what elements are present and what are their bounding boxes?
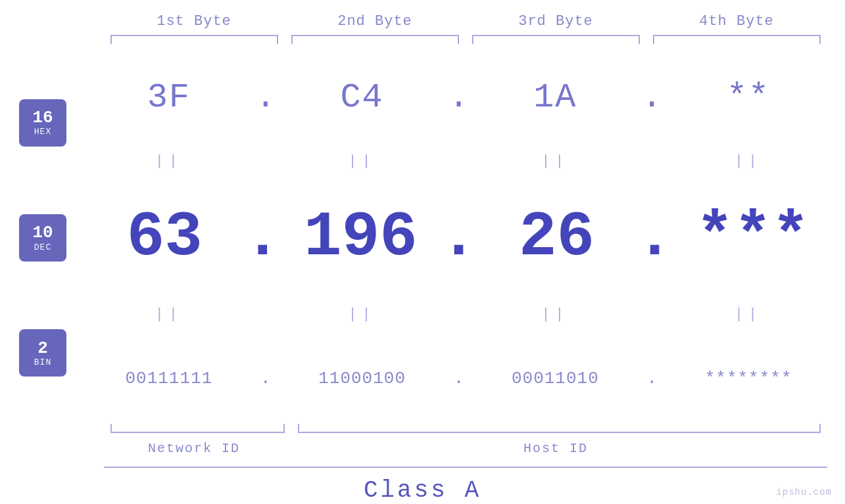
dec-cell-3: 26 [477,202,636,273]
byte-label-2: 2nd Byte [285,13,466,34]
dec-row: 63 . 196 . 26 . *** [85,198,832,277]
byte-label-4: 4th Byte [646,13,827,34]
byte-label-3: 3rd Byte [466,13,646,34]
host-id-label: Host ID [285,441,827,456]
equals-4: || [665,153,832,170]
hex-value-3: 1A [533,78,577,117]
dec-badge-label: DEC [34,242,51,252]
data-grid: 3F . C4 . 1A . ** [85,52,845,424]
top-bracket-row [104,34,827,45]
dec-value-1: 63 [127,202,203,273]
hex-cell-1: 3F [85,78,253,117]
network-bracket [110,424,285,433]
bin-value-2: 11000100 [318,369,406,388]
hex-dot-2: . [446,78,472,117]
badges-column: 16 HEX 10 DEC 2 BIN [0,52,85,424]
hex-cell-3: 1A [472,78,639,117]
dec-value-4: *** [696,202,809,273]
dec-value-2: 196 [304,202,418,273]
hex-row: 3F . C4 . 1A . ** [85,71,832,124]
bin-badge: 2 BIN [19,329,66,377]
bin-dot-3: . [639,369,665,388]
bracket-1 [110,35,278,44]
dec-dot-1: . [244,202,282,273]
bracket-3 [472,35,640,44]
byte-label-1: 1st Byte [104,13,285,34]
hex-cell-2: C4 [279,78,446,117]
equals-row-1: || || || || [85,149,832,173]
equals2-1: || [85,306,253,323]
dec-dot-3: . [636,202,674,273]
bin-dot-2: . [446,369,472,388]
bin-cell-3: 00011010 [472,369,639,388]
hex-value-1: 3F [147,78,191,117]
bin-badge-number: 2 [37,339,48,358]
bin-dot-1: . [253,369,279,388]
equals-row-2: || || || || [85,303,832,327]
dec-cell-2: 196 [281,202,440,273]
id-labels-row: Network ID Host ID [104,441,827,456]
main-container: 1st Byte 2nd Byte 3rd Byte 4th Byte 16 H… [0,0,845,504]
equals-2: || [279,153,446,170]
bin-value-4: ******** [705,369,792,388]
watermark: ipshu.com [776,487,832,497]
hex-badge-label: HEX [34,127,51,137]
content-area: 16 HEX 10 DEC 2 BIN 3F . [0,52,845,424]
network-host-bracket-row [104,424,827,437]
header-row: 1st Byte 2nd Byte 3rd Byte 4th Byte [104,13,827,34]
bin-value-1: 00111111 [125,369,212,388]
bin-cell-1: 00111111 [85,369,253,388]
class-label: Class A [364,477,481,504]
hex-value-4: ** [727,78,770,117]
bin-row: 00111111 . 11000100 . 00011010 . [85,352,832,405]
equals2-3: || [472,306,639,323]
hex-badge: 16 HEX [19,99,66,147]
dec-badge-number: 10 [32,223,53,242]
bin-cell-2: 11000100 [279,369,446,388]
host-bracket [298,424,821,433]
equals2-4: || [665,306,832,323]
bin-value-3: 00011010 [512,369,599,388]
hex-dot-3: . [639,78,665,117]
bottom-line [104,467,827,468]
hex-dot-1: . [253,78,279,117]
network-id-label: Network ID [104,441,285,456]
bin-badge-label: BIN [34,357,51,367]
class-row: Class A [0,477,845,504]
dec-badge: 10 DEC [19,214,66,262]
dec-cell-4: *** [673,202,832,273]
equals-1: || [85,153,253,170]
dec-cell-1: 63 [85,202,244,273]
dec-dot-2: . [440,202,478,273]
bracket-4 [653,35,821,44]
hex-value-2: C4 [340,78,383,117]
equals2-2: || [279,306,446,323]
hex-cell-4: ** [665,78,832,117]
bin-cell-4: ******** [665,369,832,388]
bracket-2 [291,35,459,44]
dec-value-3: 26 [519,202,594,273]
hex-badge-number: 16 [32,108,53,127]
equals-3: || [472,153,639,170]
